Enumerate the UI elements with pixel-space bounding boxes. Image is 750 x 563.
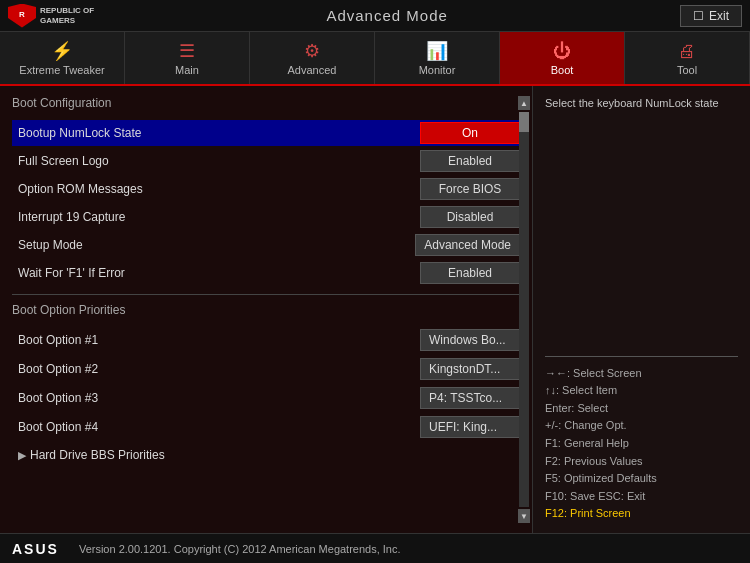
hdd-priorities-row[interactable]: ▶ Hard Drive BBS Priorities: [12, 444, 520, 466]
config-value-wait-f1[interactable]: Enabled: [420, 262, 520, 284]
scroll-down-button[interactable]: ▼: [518, 509, 530, 523]
rog-text: REPUBLIC OF GAMERS: [40, 6, 94, 25]
config-row-logo[interactable]: Full Screen Logo Enabled: [12, 148, 520, 174]
shortcut-select-item: ↑↓: Select Item: [545, 382, 738, 400]
advanced-icon: ⚙: [304, 40, 320, 62]
config-row-setup-mode[interactable]: Setup Mode Advanced Mode: [12, 232, 520, 258]
boot-option-4-row[interactable]: Boot Option #4 UEFI: King...: [12, 414, 520, 440]
hdd-arrow-icon: ▶: [18, 449, 26, 462]
config-label-option-rom: Option ROM Messages: [12, 178, 420, 200]
section-divider: [12, 294, 520, 295]
boot-option-3-value[interactable]: P4: TSSTco...: [420, 387, 520, 409]
config-value-option-rom[interactable]: Force BIOS: [420, 178, 520, 200]
shortcut-f12-print: F12: Print Screen: [545, 505, 738, 523]
version-text: Version 2.00.1201. Copyright (C) 2012 Am…: [79, 543, 401, 555]
exit-button[interactable]: ☐ Exit: [680, 5, 742, 27]
tab-extreme-tweaker[interactable]: ⚡ Extreme Tweaker: [0, 32, 125, 84]
boot-option-1-label: Boot Option #1: [12, 329, 420, 351]
scroll-up-button[interactable]: ▲: [518, 96, 530, 110]
config-row-numlock[interactable]: Bootup NumLock State On: [12, 120, 520, 146]
config-row-option-rom[interactable]: Option ROM Messages Force BIOS: [12, 176, 520, 202]
tab-monitor[interactable]: 📊 Monitor: [375, 32, 500, 84]
config-value-setup-mode[interactable]: Advanced Mode: [415, 234, 520, 256]
config-value-logo[interactable]: Enabled: [420, 150, 520, 172]
config-label-numlock: Bootup NumLock State: [12, 122, 420, 144]
config-row-wait-f1[interactable]: Wait For 'F1' If Error Enabled: [12, 260, 520, 286]
boot-option-3-label: Boot Option #3: [12, 387, 420, 409]
boot-icon: ⏻: [553, 41, 571, 62]
top-bar: R REPUBLIC OF GAMERS Advanced Mode ☐ Exi…: [0, 0, 750, 32]
tool-icon: 🖨: [678, 41, 696, 62]
boot-option-1-value[interactable]: Windows Bo...: [420, 329, 520, 351]
shortcut-f10-save: F10: Save ESC: Exit: [545, 488, 738, 506]
boot-option-2-label: Boot Option #2: [12, 358, 420, 380]
boot-option-4-value[interactable]: UEFI: King...: [420, 416, 520, 438]
boot-option-4-label: Boot Option #4: [12, 416, 420, 438]
scrollbar[interactable]: ▲ ▼: [518, 96, 530, 523]
config-label-logo: Full Screen Logo: [12, 150, 420, 172]
shortcut-divider: [545, 356, 738, 357]
scroll-thumb[interactable]: [519, 112, 529, 132]
shortcut-f5-defaults: F5: Optimized Defaults: [545, 470, 738, 488]
boot-config-title: Boot Configuration: [12, 96, 520, 112]
shortcut-change-opt: +/-: Change Opt.: [545, 417, 738, 435]
left-panel: Boot Configuration Bootup NumLock State …: [0, 86, 532, 533]
hdd-priorities-label: Hard Drive BBS Priorities: [30, 448, 165, 462]
page-title: Advanced Mode: [94, 7, 680, 24]
nav-tabs: ⚡ Extreme Tweaker ☰ Main ⚙ Advanced 📊 Mo…: [0, 32, 750, 86]
exit-icon: ☐: [693, 9, 704, 23]
asus-logo: ASUS: [12, 541, 59, 557]
config-value-interrupt[interactable]: Disabled: [420, 206, 520, 228]
right-panel: Select the keyboard NumLock state →←: Se…: [532, 86, 750, 533]
boot-priorities-title: Boot Option Priorities: [12, 303, 520, 319]
boot-option-3-row[interactable]: Boot Option #3 P4: TSSTco...: [12, 385, 520, 411]
monitor-icon: 📊: [426, 40, 448, 62]
config-label-setup-mode: Setup Mode: [12, 234, 415, 256]
shortcut-f1-help: F1: General Help: [545, 435, 738, 453]
config-label-interrupt: Interrupt 19 Capture: [12, 206, 420, 228]
boot-option-2-value[interactable]: KingstonDT...: [420, 358, 520, 380]
config-row-interrupt[interactable]: Interrupt 19 Capture Disabled: [12, 204, 520, 230]
config-label-wait-f1: Wait For 'F1' If Error: [12, 262, 420, 284]
main-icon: ☰: [179, 40, 195, 62]
main-content: Boot Configuration Bootup NumLock State …: [0, 86, 750, 533]
rog-logo: R REPUBLIC OF GAMERS: [8, 4, 94, 28]
help-text: Select the keyboard NumLock state: [545, 96, 738, 111]
tab-main[interactable]: ☰ Main: [125, 32, 250, 84]
tab-advanced[interactable]: ⚙ Advanced: [250, 32, 375, 84]
extreme-tweaker-icon: ⚡: [51, 40, 73, 62]
keyboard-shortcuts: →←: Select Screen ↑↓: Select Item Enter:…: [545, 356, 738, 523]
tab-tool[interactable]: 🖨 Tool: [625, 32, 750, 84]
boot-option-1-row[interactable]: Boot Option #1 Windows Bo...: [12, 327, 520, 353]
shortcut-f2-prev: F2: Previous Values: [545, 453, 738, 471]
shortcut-select-screen: →←: Select Screen: [545, 365, 738, 383]
config-value-numlock[interactable]: On: [420, 122, 520, 144]
tab-boot[interactable]: ⏻ Boot: [500, 32, 625, 84]
scroll-track: [519, 112, 529, 507]
rog-shield-icon: R: [8, 4, 36, 28]
boot-option-2-row[interactable]: Boot Option #2 KingstonDT...: [12, 356, 520, 382]
bottom-bar: ASUS Version 2.00.1201. Copyright (C) 20…: [0, 533, 750, 563]
shortcut-enter-select: Enter: Select: [545, 400, 738, 418]
